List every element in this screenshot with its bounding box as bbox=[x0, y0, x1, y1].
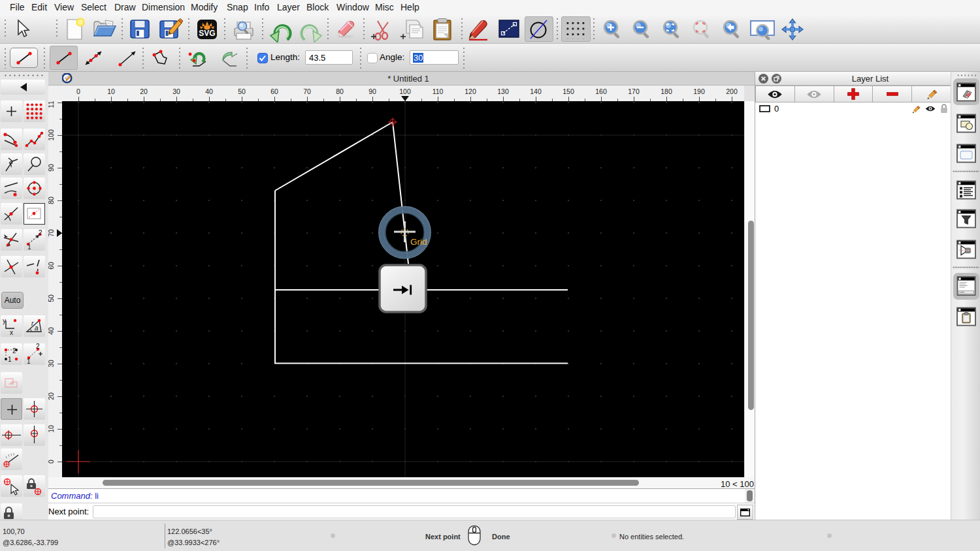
svg-text:20: 20 bbox=[140, 87, 148, 95]
svg-text:170: 170 bbox=[628, 87, 640, 95]
svg-text:40: 40 bbox=[48, 327, 55, 335]
svg-text:1: 1 bbox=[27, 358, 31, 365]
svg-text:80: 80 bbox=[336, 87, 344, 95]
svg-text:80: 80 bbox=[48, 197, 55, 204]
svg-text:x: x bbox=[10, 329, 13, 336]
svg-text:120: 120 bbox=[465, 87, 476, 95]
svg-text:150: 150 bbox=[563, 87, 574, 95]
svg-text:190: 190 bbox=[693, 87, 705, 95]
svg-text:Grid: Grid bbox=[410, 237, 427, 247]
svg-text:140: 140 bbox=[530, 87, 542, 95]
svg-text:20: 20 bbox=[48, 392, 55, 400]
svg-text:SVG: SVG bbox=[199, 29, 215, 38]
svg-text:y: y bbox=[3, 317, 6, 324]
svg-text:100: 100 bbox=[48, 129, 55, 141]
svg-text:60: 60 bbox=[48, 262, 55, 270]
svg-text:10: 10 bbox=[107, 87, 115, 95]
svg-text:100: 100 bbox=[399, 87, 411, 95]
svg-text:70: 70 bbox=[303, 87, 311, 95]
svg-text:a: a bbox=[35, 324, 39, 332]
svg-text:10: 10 bbox=[48, 425, 55, 433]
svg-text:1: 1 bbox=[8, 356, 12, 363]
svg-text:30: 30 bbox=[172, 87, 180, 95]
svg-text:90: 90 bbox=[48, 164, 55, 172]
svg-text:2: 2 bbox=[12, 347, 16, 354]
svg-text:0: 0 bbox=[76, 87, 80, 95]
svg-text:40: 40 bbox=[205, 87, 213, 95]
svg-text:200: 200 bbox=[726, 87, 738, 95]
svg-text:60: 60 bbox=[270, 87, 278, 95]
svg-text:50: 50 bbox=[238, 87, 246, 95]
svg-text:2: 2 bbox=[36, 343, 40, 350]
svg-text:130: 130 bbox=[497, 87, 509, 95]
svg-text:30: 30 bbox=[48, 360, 55, 368]
svg-text:160: 160 bbox=[595, 87, 607, 95]
svg-text:70: 70 bbox=[48, 229, 55, 237]
svg-text:2: 2 bbox=[39, 229, 42, 236]
svg-text:110: 110 bbox=[48, 101, 55, 108]
svg-text:180: 180 bbox=[661, 87, 672, 95]
svg-text:110: 110 bbox=[433, 87, 444, 95]
svg-text:1: 1 bbox=[27, 244, 31, 251]
svg-text:0: 0 bbox=[48, 460, 55, 464]
svg-text:90: 90 bbox=[368, 87, 376, 95]
svg-text:50: 50 bbox=[48, 294, 55, 302]
